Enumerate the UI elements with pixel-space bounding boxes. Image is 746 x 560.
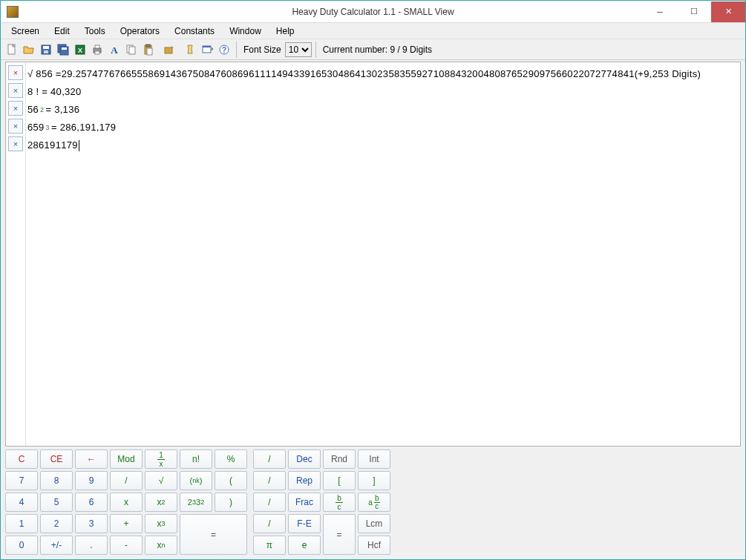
menu-window[interactable]: Window bbox=[222, 24, 269, 39]
key-div-4[interactable]: / bbox=[253, 514, 286, 533]
key-sqrt[interactable]: √ bbox=[145, 471, 177, 490]
delete-line-button[interactable]: × bbox=[8, 136, 23, 151]
key-equals[interactable]: = bbox=[180, 514, 247, 555]
key-3[interactable]: 3 bbox=[75, 514, 108, 533]
key-lcm[interactable]: Lcm bbox=[358, 514, 390, 533]
key-f-e[interactable]: F-E bbox=[288, 514, 321, 533]
key-b-over-c[interactable]: bc bbox=[323, 493, 356, 512]
key-bracket-open[interactable]: [ bbox=[323, 471, 356, 490]
key-5[interactable]: 5 bbox=[40, 493, 73, 512]
key-binomial[interactable]: (nk) bbox=[180, 471, 212, 490]
keypad: C CE ← Mod 1x n! % 7 8 9 / √ (nk) ( 4 5 … bbox=[5, 449, 741, 555]
key-plus[interactable]: + bbox=[110, 514, 143, 533]
svg-text:A: A bbox=[111, 45, 118, 56]
svg-rect-2 bbox=[43, 46, 49, 49]
font-icon[interactable]: A bbox=[106, 42, 122, 58]
print-icon[interactable] bbox=[89, 42, 105, 58]
layout-icon[interactable] bbox=[199, 42, 215, 58]
key-factorial[interactable]: n! bbox=[180, 449, 212, 469]
svg-rect-3 bbox=[44, 50, 48, 53]
settings-icon[interactable] bbox=[161, 42, 177, 58]
menu-edit[interactable]: Edit bbox=[47, 24, 77, 39]
key-sign[interactable]: +/- bbox=[40, 536, 73, 555]
key-clear-entry[interactable]: CE bbox=[40, 449, 73, 469]
delete-column: × × × × × bbox=[6, 62, 25, 446]
svg-rect-18 bbox=[165, 47, 172, 53]
key-equals-2[interactable]: = bbox=[323, 514, 356, 555]
key-div-1[interactable]: / bbox=[253, 449, 286, 469]
save-icon[interactable] bbox=[38, 42, 54, 58]
key-div-3[interactable]: / bbox=[253, 493, 286, 512]
key-reciprocal[interactable]: 1x bbox=[145, 449, 177, 469]
key-clear[interactable]: C bbox=[5, 449, 38, 469]
key-prime-factor[interactable]: 2332 bbox=[180, 493, 212, 512]
delete-line-button[interactable]: × bbox=[8, 119, 23, 134]
key-x-squared[interactable]: x2 bbox=[145, 493, 177, 512]
titlebar: Heavy Duty Calculator 1.1 - SMALL View ─… bbox=[1, 1, 745, 23]
paste-icon[interactable] bbox=[140, 42, 157, 58]
key-hcf[interactable]: Hcf bbox=[358, 536, 390, 555]
app-window: Heavy Duty Calculator 1.1 - SMALL View ─… bbox=[0, 0, 746, 560]
menu-help[interactable]: Help bbox=[269, 24, 302, 39]
key-backspace[interactable]: ← bbox=[75, 449, 108, 469]
history-line: 8 ! = 40,320 bbox=[27, 83, 737, 101]
key-x-power-n[interactable]: xn bbox=[145, 536, 177, 555]
menu-operators[interactable]: Operators bbox=[113, 24, 167, 39]
history-lines[interactable]: √ 856 = 29.25747767665558691436750847608… bbox=[25, 62, 740, 446]
key-multiply[interactable]: x bbox=[110, 493, 143, 512]
svg-rect-11 bbox=[95, 51, 99, 54]
key-percent[interactable]: % bbox=[215, 449, 247, 469]
input-line[interactable]: 286191179 bbox=[27, 136, 737, 154]
timer-icon[interactable] bbox=[182, 42, 198, 58]
key-a-b-over-c[interactable]: abc bbox=[358, 493, 390, 512]
key-rep[interactable]: Rep bbox=[288, 471, 321, 490]
font-size-select[interactable]: 10 bbox=[285, 42, 312, 57]
menu-screen[interactable]: Screen bbox=[4, 24, 47, 39]
history-line: 562 = 3,136 bbox=[27, 101, 737, 119]
key-dec[interactable]: Dec bbox=[288, 449, 321, 469]
save-all-icon[interactable] bbox=[55, 42, 71, 58]
svg-text:?: ? bbox=[222, 46, 226, 54]
keypad-left: C CE ← Mod 1x n! % 7 8 9 / √ (nk) ( 4 5 … bbox=[5, 449, 247, 555]
key-decimal[interactable]: . bbox=[75, 536, 108, 555]
key-divide[interactable]: / bbox=[110, 471, 143, 490]
svg-rect-6 bbox=[62, 47, 67, 50]
key-1[interactable]: 1 bbox=[5, 514, 38, 533]
excel-icon[interactable]: X bbox=[72, 42, 88, 58]
delete-line-button[interactable]: × bbox=[8, 83, 23, 98]
key-pi[interactable]: π bbox=[253, 536, 286, 555]
key-paren-close[interactable]: ) bbox=[215, 493, 247, 512]
open-icon[interactable] bbox=[21, 42, 37, 58]
keypad-right: / Dec Rnd Int / Rep [ ] / Frac bc abc / … bbox=[253, 449, 390, 555]
help-icon[interactable]: ? bbox=[216, 42, 232, 58]
toolbar: X A ? Font Size 10 Current number: 9 / 9… bbox=[1, 39, 745, 60]
key-8[interactable]: 8 bbox=[40, 471, 73, 490]
key-4[interactable]: 4 bbox=[5, 493, 38, 512]
key-bracket-close[interactable]: ] bbox=[358, 471, 390, 490]
key-frac[interactable]: Frac bbox=[288, 493, 321, 512]
key-paren-open[interactable]: ( bbox=[215, 471, 247, 490]
delete-line-button[interactable]: × bbox=[8, 65, 23, 80]
key-2[interactable]: 2 bbox=[40, 514, 73, 533]
copy-icon[interactable] bbox=[123, 42, 140, 58]
menubar: Screen Edit Tools Operators Constants Wi… bbox=[1, 23, 745, 39]
new-icon[interactable] bbox=[4, 42, 20, 58]
work-area: × × × × × √ 856 = 29.2574776766555869143… bbox=[1, 60, 745, 559]
history-box: × × × × × √ 856 = 29.2574776766555869143… bbox=[5, 62, 741, 447]
key-6[interactable]: 6 bbox=[75, 493, 108, 512]
key-e[interactable]: e bbox=[288, 536, 321, 555]
key-9[interactable]: 9 bbox=[75, 471, 108, 490]
menu-tools[interactable]: Tools bbox=[77, 24, 113, 39]
history-line: 6593 = 286,191,179 bbox=[27, 119, 737, 136]
key-int[interactable]: Int bbox=[358, 449, 390, 469]
key-7[interactable]: 7 bbox=[5, 471, 38, 490]
key-rnd[interactable]: Rnd bbox=[323, 449, 356, 469]
key-minus[interactable]: - bbox=[110, 536, 143, 555]
menu-constants[interactable]: Constants bbox=[167, 24, 222, 39]
window-title: Heavy Duty Calculator 1.1 - SMALL View bbox=[1, 7, 745, 17]
delete-line-button[interactable]: × bbox=[8, 101, 23, 116]
key-0[interactable]: 0 bbox=[5, 536, 38, 555]
key-div-2[interactable]: / bbox=[253, 471, 286, 490]
key-x-cubed[interactable]: x3 bbox=[145, 514, 177, 533]
key-mod[interactable]: Mod bbox=[110, 449, 143, 469]
